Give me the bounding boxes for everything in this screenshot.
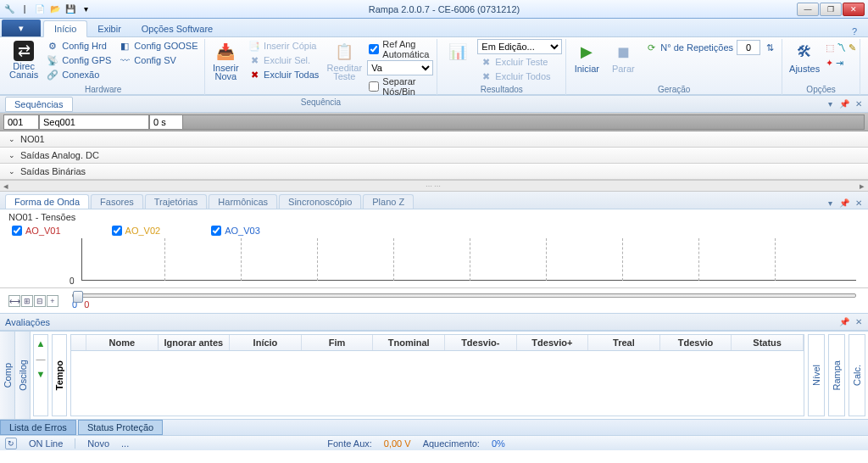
wave-series-v03[interactable]: AO_V03	[211, 226, 260, 236]
relatorio-button[interactable]: 📄Relatório	[864, 39, 868, 75]
status-refresh-icon[interactable]: ↻	[5, 438, 17, 449]
spinner-icon[interactable]: ⇅	[764, 42, 776, 53]
panel-close-icon[interactable]: ✕	[853, 98, 865, 110]
tab-status-protecao[interactable]: Status Proteção	[78, 420, 163, 435]
wave-close-icon[interactable]: ✕	[853, 197, 865, 209]
scroll-left-icon[interactable]: ◂	[0, 181, 12, 192]
col-ignorar[interactable]: Ignorar antes	[159, 335, 231, 350]
arrow-up-icon[interactable]: ▲	[36, 338, 46, 349]
iniciar-button[interactable]: ▶Iniciar	[570, 39, 604, 75]
maximize-button[interactable]: ❐	[820, 3, 842, 16]
n-repeticoes-input[interactable]	[737, 40, 760, 55]
inserir-nova-button[interactable]: 📥 Inserir Nova	[209, 39, 244, 82]
tab-fasores[interactable]: Fasores	[91, 194, 143, 209]
slider-tool-1[interactable]: ⟷	[8, 295, 20, 307]
close-button[interactable]: ✕	[843, 3, 865, 16]
wave-pin-icon[interactable]: 📌	[838, 197, 850, 209]
opt-icon-5[interactable]: ⇥	[836, 58, 843, 69]
slider-tool-4[interactable]: +	[47, 295, 58, 307]
qat-dropdown-icon[interactable]: ▾	[80, 3, 92, 15]
arrow-mid-icon[interactable]: —	[36, 354, 46, 364]
col-status[interactable]: Status	[732, 335, 804, 350]
opt-icon-4[interactable]: ✦	[826, 58, 833, 69]
arrow-down-icon[interactable]: ▼	[36, 369, 46, 379]
config-hrd-button[interactable]: ⚙Config Hrd	[44, 39, 114, 53]
seq-name-input[interactable]	[39, 114, 149, 130]
em-edicao-select[interactable]: Em Edição...	[477, 39, 562, 54]
v03-checkbox[interactable]	[211, 226, 221, 236]
tab-planoz[interactable]: Plano Z	[363, 194, 414, 209]
tab-inicio[interactable]: Início	[43, 20, 87, 37]
opt-icon-1[interactable]: ⬚	[826, 42, 834, 53]
opt-icon-2[interactable]: 〽	[837, 42, 846, 53]
excluir-todos-button[interactable]: ✖Excluir Todos	[477, 70, 562, 83]
opt-icon-3[interactable]: ✎	[849, 42, 856, 53]
sequencias-tab[interactable]: Sequências	[5, 97, 73, 112]
tab-lista-erros[interactable]: Lista de Erros	[0, 420, 76, 435]
excluir-todas-button[interactable]: ✖Excluir Todas	[246, 68, 321, 81]
direc-canais-button[interactable]: ⇄ Direc Canais	[6, 39, 42, 81]
config-gps-button[interactable]: 📡Config GPS	[44, 53, 114, 67]
col-tdesvio-neg[interactable]: Tdesvio-	[445, 335, 517, 350]
resultados-big-button[interactable]: 📊	[441, 39, 475, 64]
right-col-nivel[interactable]: Nível	[808, 334, 825, 416]
splitter-bar[interactable]: ◂ ⋯⋯ ▸	[0, 180, 868, 192]
col-treal[interactable]: Treal	[588, 335, 660, 350]
col-inicio[interactable]: Início	[230, 335, 302, 350]
tab-exibir[interactable]: Exibir	[87, 21, 131, 36]
separar-nos-checkbox[interactable]: Separar Nós/Bin	[367, 76, 433, 97]
conexao-button[interactable]: 🔗Conexão	[44, 68, 114, 81]
minimize-button[interactable]: —	[797, 3, 819, 16]
tab-opcoes-software[interactable]: Opções Software	[131, 21, 223, 36]
new-icon[interactable]: 📄	[34, 3, 46, 15]
acc-saidas-analog[interactable]: ⌄Saídas Analog. DC	[0, 148, 868, 164]
splitter-grip-icon[interactable]: ⋯⋯	[426, 182, 442, 190]
acc-saidas-bin[interactable]: ⌄Saídas Binárias	[0, 164, 868, 180]
panel-pin-icon[interactable]: 📌	[838, 98, 850, 110]
reeditar-teste-button[interactable]: 📋 Reeditar Teste	[324, 39, 364, 82]
panel-dropdown-icon[interactable]: ▾	[824, 98, 836, 110]
col-fim[interactable]: Fim	[302, 335, 374, 350]
tab-harmonicas[interactable]: Harmônicas	[209, 194, 277, 209]
wave-series-v01[interactable]: AO_V01	[12, 226, 61, 236]
v02-checkbox[interactable]	[112, 226, 122, 236]
config-goose-button[interactable]: ◧Config GOOSE	[116, 39, 200, 53]
tab-forma-onda[interactable]: Forma de Onda	[5, 194, 89, 209]
help-icon[interactable]: ?	[848, 26, 861, 36]
app-menu-button[interactable]: ▾	[2, 20, 41, 36]
acc-no01[interactable]: ⌄NO01	[0, 131, 868, 148]
col-tnominal[interactable]: Tnominal	[373, 335, 445, 350]
config-sv-button[interactable]: 〰Config SV	[116, 53, 200, 67]
right-col-rampa[interactable]: Rampa	[828, 334, 845, 416]
seq-dur-input[interactable]	[149, 114, 183, 130]
save-icon[interactable]: 💾	[64, 3, 76, 15]
parar-button[interactable]: ◼Parar	[606, 39, 640, 75]
v01-checkbox[interactable]	[12, 226, 22, 236]
side-tab-oscilog[interactable]: Oscilog	[15, 332, 31, 419]
wave-dropdown-icon[interactable]: ▾	[824, 197, 836, 209]
ref-ang-checkbox[interactable]: Ref Ang Automática	[367, 39, 433, 59]
eval-pin-icon[interactable]: 📌	[838, 316, 850, 328]
va-select[interactable]: Va	[367, 60, 433, 75]
excluir-sel-button[interactable]: ✖Excluir Sel.	[246, 53, 321, 67]
eval-close-icon[interactable]: ✕	[853, 316, 865, 328]
col-nome[interactable]: Nome	[86, 335, 159, 350]
tab-sincronoscopio[interactable]: Sincronoscópio	[279, 194, 361, 209]
scroll-right-icon[interactable]: ▸	[856, 181, 868, 192]
slider-tool-3[interactable]: ⊟	[34, 295, 46, 307]
wave-series-v02[interactable]: AO_V02	[112, 226, 161, 236]
col-tdesvio[interactable]: Tdesvio	[660, 335, 732, 350]
ajustes-button[interactable]: 🛠Ajustes	[786, 39, 823, 75]
separar-check-input[interactable]	[369, 81, 379, 92]
col-tdesvio-pos[interactable]: Tdesvio+	[517, 335, 589, 350]
excluir-teste-button[interactable]: ✖Excluir Teste	[477, 55, 562, 69]
slider-tool-2[interactable]: ⊞	[21, 295, 33, 307]
inserir-copia-button[interactable]: 📑Inserir Cópia	[246, 39, 321, 53]
ref-ang-check-input[interactable]	[369, 44, 379, 54]
time-slider[interactable]	[72, 293, 856, 298]
right-col-calc[interactable]: Calc.	[849, 334, 865, 416]
tab-trajetorias[interactable]: Trajetórias	[145, 194, 208, 209]
seq-num-input[interactable]	[3, 114, 39, 130]
tempo-col[interactable]: Tempo	[52, 334, 67, 416]
side-tab-comp[interactable]: Comp	[0, 332, 15, 419]
